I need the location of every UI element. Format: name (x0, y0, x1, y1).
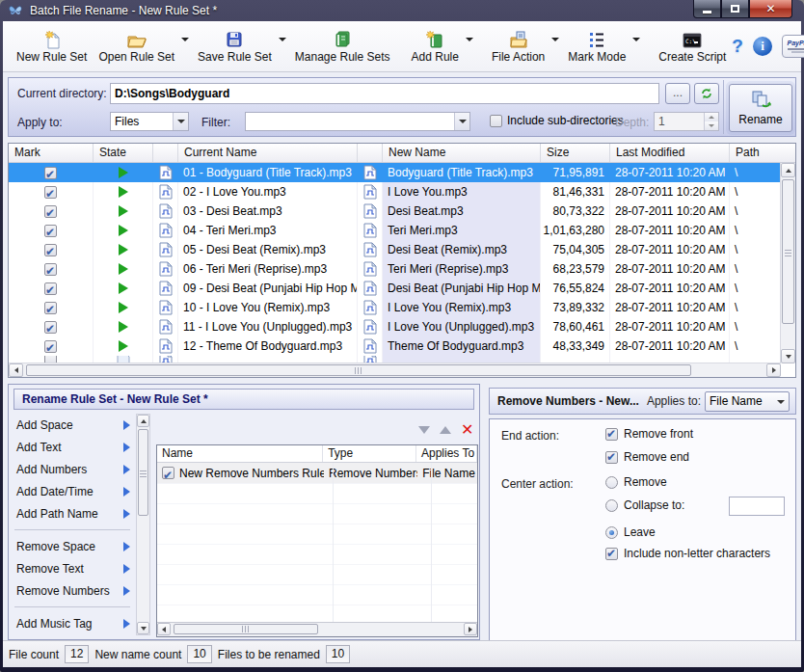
table-row[interactable]: 05 - Desi Beat (Remix).mp3Desi Beat (Rem… (9, 240, 795, 259)
remove-radio[interactable]: Remove (605, 475, 667, 489)
filter-combo[interactable] (245, 112, 470, 131)
scroll-up-button[interactable] (781, 163, 795, 177)
row-mark-checkbox[interactable] (44, 302, 57, 314)
collapse-to-radio[interactable]: Collapse to: (605, 498, 684, 512)
file-action-button[interactable]: File Action (486, 24, 550, 68)
info-icon[interactable]: i (753, 37, 772, 56)
row-mark-checkbox[interactable] (44, 340, 57, 353)
rule-item-add-space[interactable]: Add Space (11, 414, 134, 436)
file-table-horizontal-scrollbar[interactable] (9, 363, 781, 377)
scroll-thumb[interactable] (782, 179, 794, 324)
leave-radio[interactable]: Leave (605, 525, 656, 539)
row-mark-checkbox[interactable] (44, 186, 57, 199)
scroll-up-button[interactable] (137, 415, 149, 427)
new-rule-set-button[interactable]: New Rule Set (11, 24, 93, 68)
minimize-button[interactable] (693, 0, 721, 18)
rules-grid-horizontal-scrollbar[interactable] (157, 622, 477, 636)
rule-item-remove-space[interactable]: Remove Space (11, 535, 134, 557)
create-script-button[interactable]: C:\ Create Script (653, 24, 732, 68)
row-mark-checkbox[interactable] (44, 282, 57, 295)
scroll-down-button[interactable] (137, 622, 149, 634)
column-header-new-name[interactable]: New Name (383, 144, 541, 162)
table-row[interactable]: 12 - Theme Of Bodyguard.mp3Theme Of Body… (9, 336, 795, 356)
table-row[interactable]: 06 - Teri Meri (Reprise).mp3Teri Meri (R… (9, 259, 795, 279)
column-header-size[interactable]: Size (541, 144, 610, 162)
help-icon[interactable]: ? (732, 36, 743, 57)
mark-mode-button[interactable]: Mark Mode (562, 24, 631, 68)
save-rule-set-button[interactable]: Save Rule Set (192, 24, 278, 68)
rule-item-remove-text[interactable]: Remove Text (11, 557, 134, 579)
column-header-last-modified[interactable]: Last Modified (610, 144, 730, 162)
table-row[interactable]: 03 - Desi Beat.mp3Desi Beat.mp380,73,322… (9, 202, 795, 221)
row-mark-checkbox[interactable] (44, 244, 57, 256)
rule-item-add-path-name[interactable]: Add Path Name (11, 502, 134, 524)
scroll-left-button[interactable] (9, 363, 23, 377)
manage-rule-sets-button[interactable]: Manage Rule Sets (289, 24, 396, 68)
rule-enabled-checkbox[interactable] (162, 467, 174, 479)
paypal-button[interactable]: PayPal (782, 35, 804, 58)
scroll-right-button[interactable] (464, 623, 477, 635)
close-button[interactable]: ✕ (749, 0, 792, 18)
browse-directory-button[interactable]: ... (665, 83, 690, 104)
file-action-dropdown-icon[interactable] (551, 38, 559, 41)
rules-grid-row[interactable]: New Remove Numbers RuleRemove NumbersFil… (157, 463, 477, 483)
collapse-to-input[interactable] (729, 497, 785, 516)
scroll-thumb[interactable] (174, 624, 318, 634)
apply-to-combo[interactable]: Files (110, 112, 189, 131)
table-row[interactable]: 04 - Teri Meri.mp3Teri Meri.mp31,01,63,2… (9, 221, 795, 240)
scroll-thumb[interactable] (26, 364, 691, 376)
rules-column-type[interactable]: Type (323, 445, 416, 462)
remove-end-checkbox[interactable]: Remove end (605, 450, 689, 464)
depth-spinner[interactable]: 1 (654, 112, 719, 131)
table-row[interactable]: 09 - Desi Beat (Punjabi Hip Hop Mix).mp3… (9, 279, 795, 298)
remove-front-checkbox[interactable]: Remove front (605, 427, 693, 441)
column-header-path[interactable]: Path (730, 144, 782, 162)
open-rule-set-button[interactable]: Open Rule Set (93, 24, 180, 68)
rule-item-remove-numbers[interactable]: Remove Numbers (11, 579, 134, 602)
table-row[interactable]: 10 - I Love You (Remix).mp3I Love You (R… (9, 298, 795, 317)
spinner-arrows-icon[interactable] (704, 113, 718, 130)
rules-column-name[interactable]: Name (157, 445, 323, 462)
include-nonletter-checkbox[interactable]: Include non-letter characters (605, 547, 770, 560)
row-mark-checkbox[interactable] (44, 321, 57, 334)
column-header-state[interactable]: State (94, 144, 153, 162)
rename-button[interactable]: Rename (729, 84, 792, 132)
scroll-thumb[interactable] (138, 429, 148, 516)
chevron-down-icon[interactable] (773, 392, 789, 411)
chevron-down-icon[interactable] (173, 113, 188, 130)
column-header-mark[interactable]: Mark (9, 144, 94, 162)
open-rule-set-dropdown-icon[interactable] (181, 38, 189, 41)
row-mark-checkbox[interactable] (44, 205, 57, 218)
table-row[interactable]: 01 - Bodyguard (Title Track).mp3Bodyguar… (9, 163, 795, 182)
add-rule-button[interactable]: Add Rule (406, 24, 465, 68)
add-rule-dropdown-icon[interactable] (466, 38, 473, 41)
table-row[interactable]: 02 - I Love You.mp3I Love You.mp381,46,3… (9, 182, 795, 202)
rule-item-add-text[interactable]: Add Text (11, 436, 134, 458)
row-mark-checkbox[interactable] (44, 167, 57, 179)
delete-rule-icon[interactable]: ✕ (461, 423, 473, 437)
rules-column-applies-to[interactable]: Applies To (416, 445, 477, 462)
scroll-left-button[interactable] (157, 623, 171, 635)
rule-item-add-numbers[interactable]: Add Numbers (11, 458, 134, 480)
rule-item-add-music-tag[interactable]: Add Music Tag (11, 612, 134, 634)
scroll-down-button[interactable] (781, 349, 795, 363)
rule-list-scrollbar[interactable] (136, 414, 150, 635)
table-row[interactable]: 11 - I Love You (Unplugged).mp3I Love Yo… (9, 317, 795, 336)
refresh-directory-button[interactable] (694, 83, 719, 104)
save-rule-set-dropdown-icon[interactable] (279, 38, 286, 41)
mark-mode-dropdown-icon[interactable] (632, 38, 640, 41)
column-header-current-name[interactable]: Current Name (178, 144, 358, 162)
column-header-icon[interactable] (358, 144, 383, 162)
move-rule-down-icon[interactable] (418, 426, 430, 434)
scroll-right-button[interactable] (766, 363, 781, 377)
row-mark-checkbox[interactable] (44, 225, 57, 237)
applies-to-combo[interactable]: File Name (705, 391, 790, 412)
row-mark-checkbox[interactable] (44, 263, 57, 276)
move-rule-up-icon[interactable] (440, 426, 451, 434)
file-table-vertical-scrollbar[interactable] (780, 163, 795, 363)
maximize-button[interactable] (721, 0, 749, 18)
current-directory-input[interactable]: D:\Songs\Bodyguard (110, 83, 659, 104)
column-header-icon[interactable] (153, 144, 178, 162)
include-subdirectories-checkbox[interactable]: Include sub-directories (490, 114, 624, 127)
rule-item-add-date-time[interactable]: Add Date/Time (11, 480, 134, 502)
